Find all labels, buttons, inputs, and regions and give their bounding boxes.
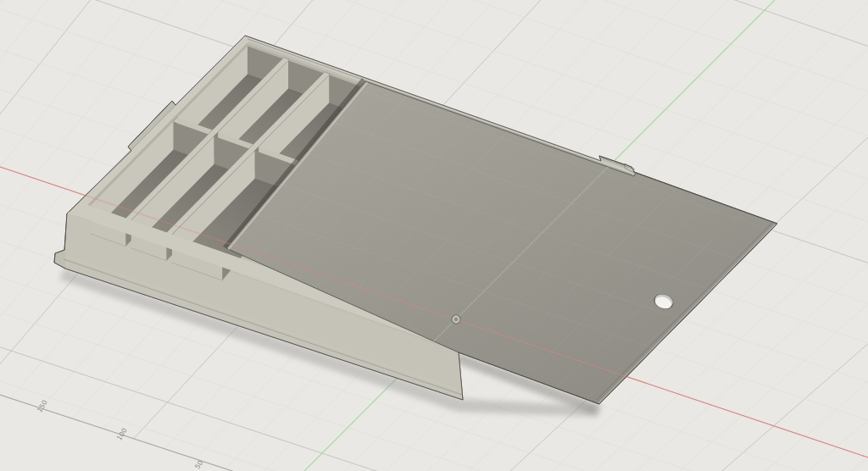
cad-viewport[interactable]: 15010050: [0, 0, 868, 471]
origin-marker[interactable]: [452, 315, 460, 324]
viewport-canvas[interactable]: 15010050: [0, 0, 868, 471]
